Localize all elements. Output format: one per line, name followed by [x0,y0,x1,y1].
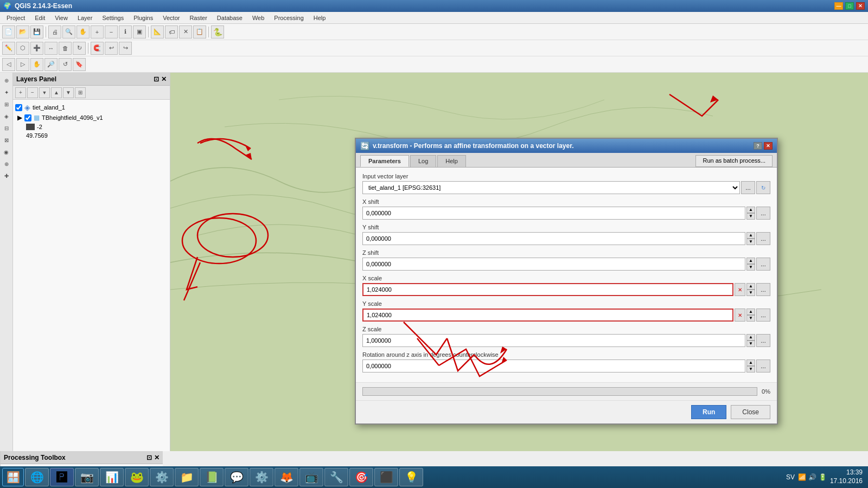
layers-panel-close-icon[interactable]: ✕ [161,75,167,83]
close-btn[interactable]: ✕ [856,2,865,10]
layer-expand-tb[interactable]: ▶ [17,114,22,121]
run-btn[interactable]: Run [691,405,726,419]
attr-table-btn[interactable]: 📋 [193,25,206,38]
node-tool-btn[interactable]: ⬡ [16,42,29,55]
left-icon-8[interactable]: ⊕ [1,158,12,169]
taskbar-app-app4[interactable]: 📊 [100,468,124,486]
taskbar-app-app8[interactable]: 📗 [200,468,224,486]
x-shift-input[interactable] [362,207,745,220]
pan-btn[interactable]: ✋ [76,25,90,38]
save-project-btn[interactable]: 💾 [30,25,43,38]
x-scale-up-btn[interactable]: ▲ [746,283,755,290]
input-vector-browse-btn[interactable]: … [741,181,755,194]
refresh-btn[interactable]: ↺ [59,58,72,71]
left-icon-5[interactable]: ⊟ [1,123,12,133]
taskbar-app-app3[interactable]: 📷 [75,468,99,486]
left-icon-2[interactable]: ✦ [1,87,12,98]
taskbar-app-app12[interactable]: 📺 [299,468,323,486]
taskbar-app-app5[interactable]: 🐸 [125,468,149,486]
y-scale-input[interactable] [362,309,733,322]
layers-panel-float-icon[interactable]: ⊡ [154,75,159,83]
window-controls[interactable]: — □ ✕ [834,2,865,10]
python-console-btn[interactable]: 🐍 [211,25,224,38]
select-btn[interactable]: ▣ [133,25,146,38]
pan-map-btn[interactable]: ✋ [30,58,43,71]
taskbar-app-app6[interactable]: ⚙️ [150,468,174,486]
x-shift-extra-btn[interactable]: … [756,207,770,220]
taskbar-app-app10[interactable]: ⚙️ [250,468,273,486]
y-scale-down-btn[interactable]: ▼ [746,315,755,322]
batch-process-btn[interactable]: Run as batch process... [695,155,773,167]
menu-project[interactable]: Project [2,14,29,22]
input-vector-refresh-btn[interactable]: ↻ [756,181,770,194]
taskbar-app-ps[interactable]: 🅿 [50,468,74,486]
layer-up-btn[interactable]: ▲ [51,87,62,98]
expand-all-btn[interactable]: ⊞ [75,87,86,98]
move-feature-btn[interactable]: ↔ [44,42,58,55]
zoom-full-btn[interactable]: 🔍 [62,25,75,38]
map-canvas[interactable]: 🔄 v.transform - Performs an affine trans… [170,73,868,451]
filter-layer-btn[interactable]: ▼ [39,87,50,98]
measure-btn[interactable]: 📐 [151,25,164,38]
snap-btn[interactable]: 🧲 [91,42,104,55]
minimize-btn[interactable]: — [834,2,843,10]
z-shift-input[interactable] [362,258,745,271]
rotation-input[interactable] [362,359,745,373]
x-scale-down-btn[interactable]: ▼ [746,290,755,296]
left-icon-3[interactable]: ⊞ [1,99,12,110]
layers-panel-controls[interactable]: ⊡ ✕ [154,75,167,83]
menu-database[interactable]: Database [213,14,247,22]
open-project-btn[interactable]: 📂 [16,25,29,38]
left-icon-6[interactable]: ⊠ [1,134,12,145]
rotation-extra-btn[interactable]: … [756,359,770,373]
y-shift-down-btn[interactable]: ▼ [746,239,755,245]
menu-layer[interactable]: Layer [73,14,97,22]
identify-btn[interactable]: ℹ [119,25,132,38]
left-icon-9[interactable]: ✚ [1,170,12,181]
taskbar-app-app13[interactable]: 🔧 [324,468,348,486]
taskbar-app-app9[interactable]: 💬 [225,468,248,486]
x-scale-input[interactable] [362,283,733,296]
remove-layer-btn[interactable]: − [27,87,38,98]
tab-help[interactable]: Help [437,155,466,167]
deselect-btn[interactable]: ✕ [179,25,192,38]
zoom-next-btn[interactable]: ▷ [16,58,29,71]
tab-log[interactable]: Log [410,155,436,167]
print-btn[interactable]: 🖨 [48,25,61,38]
y-scale-extra-btn[interactable]: … [756,309,770,322]
maximize-btn[interactable]: □ [845,2,854,10]
digitize-btn[interactable]: ✏️ [2,42,15,55]
undo-btn[interactable]: ↩ [105,42,118,55]
label-btn[interactable]: 🏷 [165,25,178,38]
rotation-down-btn[interactable]: ▼ [746,366,755,373]
taskbar-app-app15[interactable]: ⬛ [374,468,398,486]
layer-checkbox-tiet[interactable] [15,104,22,111]
menu-vector[interactable]: Vector [158,14,184,22]
menu-processing[interactable]: Processing [270,14,308,22]
menu-raster[interactable]: Raster [185,14,211,22]
menu-settings[interactable]: Settings [98,14,128,22]
y-shift-input[interactable] [362,232,745,245]
layer-checkbox-tb[interactable] [24,114,31,121]
menu-web[interactable]: Web [248,14,269,22]
left-icon-7[interactable]: ◉ [1,146,12,157]
layer-item-tiet[interactable]: ◈ tiet_aland_1 [15,102,168,113]
new-project-btn[interactable]: 📄 [2,25,15,38]
input-vector-dropdown[interactable]: tiet_aland_1 [EPSG:32631] [362,181,740,194]
z-scale-down-btn[interactable]: ▼ [746,341,755,347]
x-scale-extra-btn[interactable]: … [756,283,770,296]
x-scale-clear-btn[interactable]: ✕ [735,283,745,296]
taskbar-app-app16[interactable]: 💡 [399,468,423,486]
y-scale-clear-btn[interactable]: ✕ [735,309,745,322]
y-shift-up-btn[interactable]: ▲ [746,232,755,239]
z-scale-extra-btn[interactable]: … [756,334,770,347]
dialog-close-title-btn[interactable]: ✕ [764,142,773,150]
processing-panel-controls[interactable]: ⊡ ✕ [146,454,159,461]
x-shift-up-btn[interactable]: ▲ [746,207,755,213]
processing-close-icon[interactable]: ✕ [154,454,159,461]
rotate-btn[interactable]: ↻ [73,42,86,55]
layer-item-tb[interactable]: ▶ ▦ TBheightfield_4096_v1 [15,113,168,123]
z-shift-up-btn[interactable]: ▲ [746,258,755,264]
menu-help[interactable]: Help [309,14,330,22]
rotation-up-btn[interactable]: ▲ [746,359,755,366]
